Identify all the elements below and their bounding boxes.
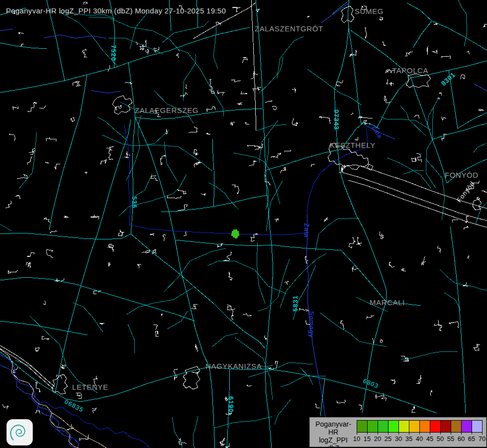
spiral-icon — [7, 420, 31, 444]
road-label-7520: 7520 — [110, 45, 117, 61]
legend-swatch — [441, 421, 451, 432]
legend-tick: 15 — [364, 435, 371, 443]
legend-swatch — [399, 421, 409, 432]
legend: Poganyvar-HR logZ_PPI dbZ 10 15 20 25 30… — [309, 417, 487, 447]
road-label-536: 536 — [131, 196, 138, 209]
legend-tick: 25 — [385, 435, 391, 443]
legend-station: Poganyvar-HR — [311, 420, 356, 436]
legend-meta: Poganyvar-HR logZ_PPI dbZ — [311, 420, 356, 448]
legend-tick: 55 — [447, 435, 454, 443]
city-label-zalaegerszeg: ZALAEGERSZEG — [135, 106, 198, 114]
city-label-letenye: LETENYE — [72, 383, 108, 391]
radar-composite-image: Poganyvar-HR logZ_PPI 30km (dbZ) Monday … — [0, 0, 487, 448]
legend-swatch — [472, 421, 482, 432]
legend-tick: 50 — [437, 435, 444, 443]
legend-swatch — [389, 421, 399, 432]
radar-echo — [231, 229, 239, 238]
county-label-zala: Zala — [303, 223, 310, 237]
road-label-5831: 5831 — [292, 295, 299, 312]
legend-product: logZ_PPI — [311, 436, 356, 444]
county-label-somogy: Somogy — [308, 311, 315, 338]
legend-tick: 40 — [416, 435, 423, 443]
radar-title: Poganyvar-HR logZ_PPI 30km (dbZ) Monday … — [6, 6, 226, 15]
legend-tick: 45 — [426, 435, 433, 443]
railways-and-shorelines — [0, 0, 487, 394]
legend-swatch — [420, 421, 430, 432]
legend-swatch — [462, 421, 472, 432]
legend-tick: 20 — [374, 435, 381, 443]
legend-tick: 65 — [468, 435, 475, 443]
legend-unit: dbZ — [311, 444, 356, 448]
city-label-zalaszentgrot: ZALASZENTGRÓT — [255, 24, 323, 33]
legend-tick: 10 — [353, 435, 360, 443]
app-logo — [6, 419, 33, 446]
city-label-tapolca: TAPOLCA — [392, 66, 428, 75]
legend-tick: 70 — [479, 435, 486, 443]
city-label-fonyod: FONYÓD — [445, 171, 479, 179]
legend-swatch — [430, 421, 441, 432]
city-label-nagykanizsa: NAGYKANIZSA — [205, 362, 262, 370]
city-label-keszthely: KESZTHELY — [330, 141, 376, 149]
legend-tick: 30 — [395, 435, 402, 443]
legend-color-scale — [357, 420, 483, 433]
legend-ticks: 10 15 20 25 30 35 40 45 50 55 60 65 70 — [357, 435, 483, 443]
legend-swatch — [409, 421, 420, 432]
road-label-6190: 6190 — [227, 396, 235, 413]
legend-tick: 60 — [458, 435, 465, 443]
legend-swatch — [451, 421, 462, 432]
legend-swatch — [357, 421, 368, 432]
road-label-07343: 07343 — [333, 110, 340, 130]
city-label-marcali: MARCALI — [370, 298, 405, 307]
legend-tickmarks — [357, 433, 483, 435]
zala-river — [124, 125, 307, 235]
legend-tick: 35 — [405, 435, 412, 443]
city-label-sumeg: SÜMEG — [355, 7, 384, 15]
legend-swatch — [378, 421, 389, 432]
legend-swatch — [368, 421, 378, 432]
